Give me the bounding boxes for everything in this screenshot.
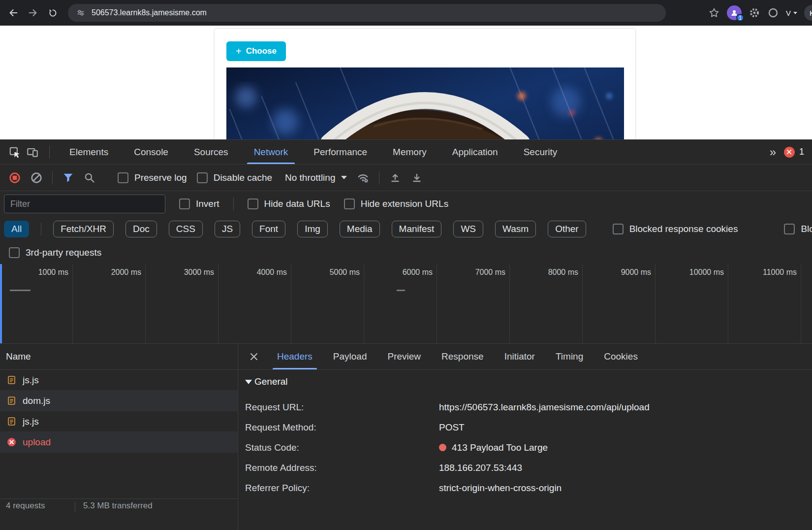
field-key: Status Code: <box>245 442 439 453</box>
filter-button[interactable] <box>62 172 74 183</box>
device-toolbar-icon <box>26 146 39 159</box>
disclosure-triangle-icon <box>245 380 252 384</box>
divider <box>49 146 50 159</box>
request-list-header[interactable]: Name <box>0 344 238 370</box>
tab-label: Headers <box>277 351 312 362</box>
chip-doc[interactable]: Doc <box>125 221 157 237</box>
chip-manifest[interactable]: Manifest <box>392 221 442 237</box>
tab-preview[interactable]: Preview <box>377 344 432 369</box>
tab-label: Network <box>254 147 288 158</box>
tab-headers[interactable]: Headers <box>267 344 323 369</box>
throttling-dropdown[interactable]: No throttling <box>285 172 347 183</box>
tab-cookies[interactable]: Cookies <box>593 344 648 369</box>
profile-chip[interactable]: V <box>786 9 797 17</box>
preserve-log-checkbox[interactable] <box>118 172 128 183</box>
tab-network[interactable]: Network <box>241 140 301 164</box>
tab-application[interactable]: Application <box>439 140 511 164</box>
field-request-url: Request URL: https://506573.learnk8s.jam… <box>245 397 802 417</box>
network-conditions-button[interactable] <box>357 171 369 184</box>
hide-extension-urls-label: Hide extension URLs <box>361 199 448 209</box>
tab-elements[interactable]: Elements <box>57 140 121 164</box>
disable-cache-checkbox[interactable] <box>197 172 208 183</box>
tab-response[interactable]: Response <box>431 344 494 369</box>
more-tabs-icon[interactable]: » <box>762 145 784 159</box>
back-arrow-icon <box>8 7 19 18</box>
request-list-panel: Name js.js dom.js js.js upload 4 request… <box>0 344 238 530</box>
timeline-column: 4000 ms <box>219 264 291 343</box>
name-column-header: Name <box>6 351 31 362</box>
timeline-selection-bar[interactable] <box>0 264 2 343</box>
tab-label: Response <box>441 351 484 362</box>
chip-css[interactable]: CSS <box>169 221 203 237</box>
close-details-button[interactable] <box>244 344 264 369</box>
device-toolbar-button[interactable] <box>24 143 41 161</box>
chevron-down-icon <box>793 12 797 14</box>
divider <box>52 171 53 184</box>
chip-img[interactable]: Img <box>297 221 328 237</box>
request-row-selected[interactable]: upload <box>0 432 238 453</box>
blocked-requests-checkbox[interactable] <box>784 224 795 234</box>
choose-button[interactable]: + Choose <box>226 41 286 61</box>
general-fields: Request URL: https://506573.learnk8s.jam… <box>245 397 802 498</box>
chip-font[interactable]: Font <box>252 221 285 237</box>
export-har-button[interactable] <box>411 172 423 184</box>
tab-console[interactable]: Console <box>121 140 181 164</box>
record-network-log-button[interactable] <box>9 172 21 184</box>
plus-icon: + <box>236 46 242 56</box>
tab-label: Performance <box>313 147 367 158</box>
clear-network-log-button[interactable] <box>31 172 42 184</box>
hide-data-urls-checkbox[interactable] <box>248 199 258 209</box>
back-button[interactable] <box>4 3 23 22</box>
blocked-response-cookies-checkbox[interactable] <box>613 224 624 234</box>
address-bar[interactable]: 506573.learnk8s.jamesisme.com <box>68 4 666 22</box>
status-text: 413 Payload Too Large <box>452 442 548 453</box>
circle-extension-icon[interactable] <box>767 7 779 19</box>
notification-badge: 1 <box>736 14 744 22</box>
chip-media[interactable]: Media <box>340 221 380 237</box>
request-name: js.js <box>23 375 39 386</box>
hide-extension-urls-checkbox[interactable] <box>344 199 355 209</box>
tab-initiator[interactable]: Initiator <box>494 344 545 369</box>
chip-wasm[interactable]: Wasm <box>495 221 536 237</box>
chip-fetch-xhr[interactable]: Fetch/XHR <box>53 221 114 237</box>
divider <box>233 198 234 210</box>
third-party-checkbox[interactable] <box>9 247 20 258</box>
import-har-button[interactable] <box>389 172 401 184</box>
gear-extension-icon[interactable] <box>749 7 760 19</box>
timeline-label: 10000 ms <box>689 268 724 276</box>
site-info-icon[interactable] <box>76 8 86 18</box>
tab-timing[interactable]: Timing <box>545 344 593 369</box>
tab-sources[interactable]: Sources <box>181 140 241 164</box>
general-section-toggle[interactable]: General <box>245 376 802 387</box>
reload-button[interactable] <box>43 3 62 22</box>
chip-all[interactable]: All <box>4 221 29 237</box>
tab-security[interactable]: Security <box>511 140 570 164</box>
inspect-element-button[interactable] <box>6 143 24 161</box>
tab-performance[interactable]: Performance <box>301 140 380 164</box>
partial-profile-avatar[interactable]: K <box>804 5 812 21</box>
divider <box>379 171 379 184</box>
filter-input[interactable] <box>4 195 165 213</box>
network-timeline-overview[interactable]: 1000 ms 2000 ms 3000 ms 4000 ms 5000 ms … <box>0 264 812 344</box>
field-status-code: Status Code: 413 Payload Too Large <box>245 437 802 458</box>
request-row[interactable]: dom.js <box>0 391 238 411</box>
timeline-activity-mark <box>10 290 31 291</box>
chip-other[interactable]: Other <box>548 221 586 237</box>
search-button[interactable] <box>84 172 95 183</box>
request-list-empty-space <box>0 453 238 498</box>
extension-avatar[interactable]: 1 <box>727 5 742 20</box>
request-row[interactable]: js.js <box>0 411 238 432</box>
request-row[interactable]: js.js <box>0 370 238 391</box>
timeline-activity-mark <box>397 290 405 291</box>
forward-button[interactable] <box>24 3 42 22</box>
tab-label: Cookies <box>604 351 638 362</box>
third-party-label: 3rd-party requests <box>26 247 101 258</box>
chip-ws[interactable]: WS <box>453 221 483 237</box>
bookmark-star-icon[interactable] <box>708 7 720 19</box>
toolbar-icons: 1 V K <box>705 5 812 21</box>
invert-checkbox[interactable] <box>179 199 190 209</box>
tab-payload[interactable]: Payload <box>323 344 377 369</box>
chip-js[interactable]: JS <box>215 221 240 237</box>
tab-memory[interactable]: Memory <box>380 140 439 164</box>
error-badge[interactable]: 1 <box>784 147 804 158</box>
